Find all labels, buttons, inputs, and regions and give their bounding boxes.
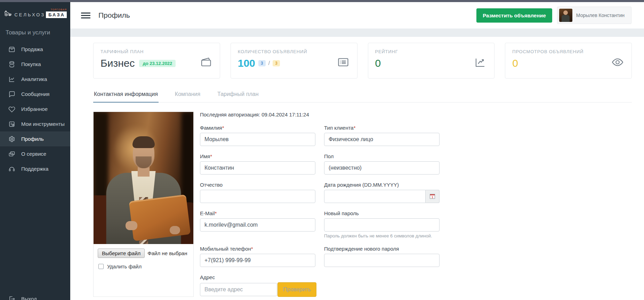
delete-file-checkbox[interactable] <box>98 264 104 269</box>
about-icon <box>8 151 15 157</box>
calendar-button[interactable] <box>426 190 440 203</box>
sale-icon <box>8 46 15 53</box>
stats-cards: ТАРИФНЫЙ ПЛАН Бизнес до 23.12.2022 КОЛИЧ… <box>93 43 632 79</box>
ads-used-badge: 3 <box>258 60 266 66</box>
address-input[interactable] <box>200 283 277 296</box>
confirm-password-label: Подтверждение нового пароля <box>324 246 440 252</box>
required-mark: * <box>251 246 253 252</box>
sidebar-item-label: Аналитика <box>21 76 47 82</box>
tariff-value: Бизнес <box>100 57 135 69</box>
tariff-label: ТАРИФНЫЙ ПЛАН <box>100 49 176 54</box>
sidebar-item-label: О сервисе <box>21 151 46 157</box>
sidebar-item-label: Избранное <box>21 106 48 112</box>
client-type-input[interactable] <box>324 133 440 146</box>
rating-card: РЕЙТИНГ 0 <box>368 43 495 79</box>
first-name-label: Имя <box>200 153 210 159</box>
user-name: Морылев Константин <box>572 13 629 18</box>
analytics-icon <box>8 76 15 83</box>
middle-name-input[interactable] <box>200 190 315 203</box>
client-type-label: Тип клиента <box>324 125 354 131</box>
sidebar-item-tools[interactable]: Мои инструменты <box>0 116 70 131</box>
brand-logo[interactable]: ТОРГОВАЯ СЕЛЬХОЗ БАЗА <box>0 2 70 23</box>
birth-date-input[interactable] <box>324 190 426 203</box>
sidebar-item-label: Продажа <box>21 46 43 52</box>
post-ad-button[interactable]: Разместить объявление <box>476 8 552 23</box>
gear-icon <box>8 136 15 143</box>
sidebar-item-analytics[interactable]: Аналитика <box>0 72 70 87</box>
file-status-text: Файл не выбран <box>147 250 187 256</box>
profile-photo <box>94 112 193 244</box>
page-title: Профиль <box>98 11 130 19</box>
ads-count-value: 100 <box>238 57 255 69</box>
sidebar-item-label: Профиль <box>21 136 44 142</box>
tractor-icon <box>4 7 11 19</box>
hamburger-menu-icon[interactable] <box>81 13 90 18</box>
email-input[interactable] <box>200 218 315 232</box>
confirm-password-group: Подтверждение нового пароля <box>324 246 440 267</box>
rating-label: РЕЙТИНГ <box>375 49 398 54</box>
required-mark: * <box>215 210 217 216</box>
profile-tabs: Контактная информация Компания Тарифный … <box>93 87 632 103</box>
ads-count-label: КОЛИЧЕСТВО ОБЪЯВЛЕНИЙ <box>238 49 307 54</box>
confirm-password-input[interactable] <box>324 254 440 267</box>
user-avatar <box>559 9 572 22</box>
last-name-label: Фамилия <box>200 125 222 131</box>
middle-name-group: Отчество <box>200 182 315 203</box>
contact-info-form: Последняя авторизация: 09.04.2024 17:11:… <box>200 112 632 297</box>
tools-icon <box>8 121 15 128</box>
gender-input[interactable] <box>324 161 440 175</box>
address-label: Адрес <box>200 274 315 280</box>
last-name-input[interactable] <box>200 133 315 146</box>
birth-date-group: Дата рождения (DD.MM.YYYY) <box>324 182 440 203</box>
sidebar-item-favorites[interactable]: Избранное <box>0 102 70 116</box>
eye-icon <box>611 56 624 68</box>
sidebar-item-logout[interactable]: Выход <box>0 291 70 300</box>
required-mark: * <box>354 125 356 131</box>
password-hint: Пароль должен быть не менее 6 символов д… <box>324 233 440 238</box>
tariff-expiry-badge: до 23.12.2022 <box>139 60 176 67</box>
choose-file-button[interactable]: Выберите файл <box>98 249 145 258</box>
brand-tagline: ТОРГОВАЯ <box>51 8 67 11</box>
sidebar-item-purchase[interactable]: Покупка <box>0 57 70 72</box>
logout-icon <box>8 295 15 300</box>
new-password-input[interactable] <box>324 218 440 232</box>
sidebar-item-about[interactable]: О сервисе <box>0 146 70 161</box>
gender-label: Пол <box>324 153 440 159</box>
views-value: 0 <box>512 57 518 69</box>
sidebar-item-profile[interactable]: Профиль <box>0 131 70 146</box>
first-name-group: Имя* <box>200 153 315 175</box>
phone-group: Мобильный телефон* <box>200 246 315 267</box>
sidebar-section-title: Товары и услуги <box>0 23 70 41</box>
views-card: ПРОСМОТРОВ ОБЪЯВЛЕНИЙ 0 <box>505 43 632 79</box>
email-group: E-Mail* <box>200 210 315 238</box>
tab-company[interactable]: Компания <box>174 87 201 102</box>
messages-icon <box>8 91 15 98</box>
purchase-icon <box>8 61 15 68</box>
sidebar-item-support[interactable]: Поддержка <box>0 161 70 176</box>
birth-date-label: Дата рождения (DD.MM.YYYY) <box>324 182 440 188</box>
required-mark: * <box>210 153 212 159</box>
calendar-icon <box>430 194 435 199</box>
sidebar-item-label: Покупка <box>21 61 41 67</box>
top-header: Профиль Разместить объявление Морылев Ко… <box>70 0 644 29</box>
sidebar-item-label: Сообщения <box>21 91 49 97</box>
views-label: ПРОСМОТРОВ ОБЪЯВЛЕНИЙ <box>512 49 583 54</box>
phone-input[interactable] <box>200 254 315 267</box>
required-mark: * <box>222 125 224 131</box>
address-check-button[interactable]: Проверить <box>277 282 316 297</box>
new-password-group: Новый пароль Пароль должен быть не менее… <box>324 210 440 238</box>
user-menu[interactable]: Морылев Константин <box>557 7 631 24</box>
sidebar-item-label: Поддержка <box>21 166 48 172</box>
new-password-label: Новый пароль <box>324 210 440 216</box>
photo-panel: Выберите файл Файл не выбран Удалить фай… <box>93 112 194 297</box>
first-name-input[interactable] <box>200 161 315 175</box>
sidebar-item-messages[interactable]: Сообщения <box>0 87 70 102</box>
sidebar-item-sale[interactable]: Продажа <box>0 42 70 57</box>
address-group: Адрес Проверить <box>200 274 315 297</box>
chart-up-icon <box>474 56 486 68</box>
tab-tariff-plan[interactable]: Тарифный план <box>217 87 259 102</box>
ads-separator: / <box>268 60 270 67</box>
middle-name-label: Отчество <box>200 182 315 188</box>
tab-contact-info[interactable]: Контактная информация <box>93 87 159 103</box>
sidebar-item-label: Выход <box>21 296 37 300</box>
